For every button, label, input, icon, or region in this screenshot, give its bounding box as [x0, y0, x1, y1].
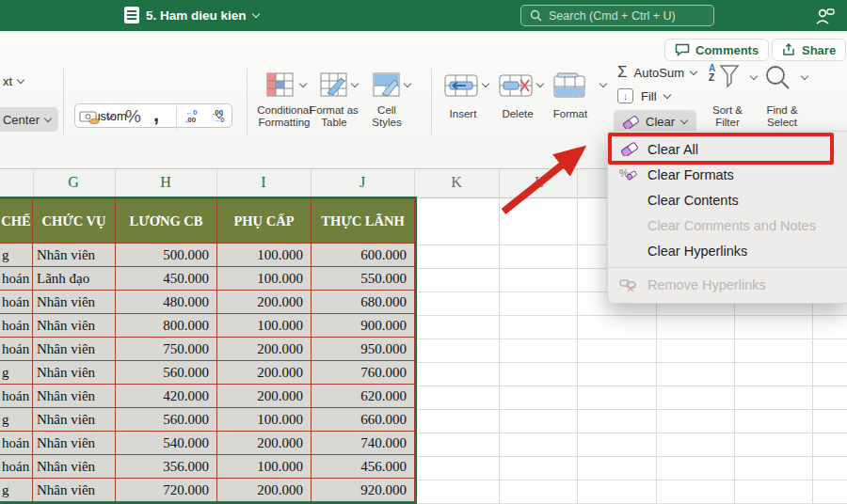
- merge-center-button[interactable]: Center: [0, 107, 58, 132]
- table-cell[interactable]: Nhân viên: [33, 408, 116, 432]
- table-cell[interactable]: hoán: [0, 267, 33, 291]
- sort-filter-button[interactable]: A Z: [709, 64, 742, 92]
- table-cell[interactable]: 620.000: [312, 385, 415, 408]
- table-cell[interactable]: 200.000: [217, 338, 312, 361]
- table-cell[interactable]: 100.000: [217, 455, 312, 479]
- table-cell[interactable]: 560.000: [116, 408, 217, 432]
- find-select-button[interactable]: [764, 65, 791, 95]
- table-cell[interactable]: 900.000: [312, 314, 415, 338]
- chevron-down-icon[interactable]: [750, 72, 758, 80]
- table-cell[interactable]: 356.000: [116, 455, 217, 479]
- table-cell[interactable]: Nhân viên: [33, 314, 116, 338]
- menu-item-clear-contents[interactable]: Clear Contents: [608, 187, 847, 213]
- table-cell[interactable]: g: [0, 479, 33, 502]
- table-cell[interactable]: 100.000: [217, 267, 312, 291]
- column-letter-G[interactable]: G: [68, 174, 79, 191]
- wrap-text-button-partial[interactable]: xt: [3, 74, 24, 88]
- table-cell[interactable]: 660.000: [312, 408, 415, 432]
- table-cell[interactable]: 560.000: [116, 361, 217, 385]
- table-cell[interactable]: 450.000: [116, 267, 217, 291]
- chevron-down-icon[interactable]: [482, 80, 489, 87]
- comments-button[interactable]: Comments: [664, 39, 769, 61]
- table-cell[interactable]: 800.000: [116, 314, 217, 338]
- percent-style-button[interactable]: %: [125, 106, 141, 127]
- format-as-table-button[interactable]: [320, 72, 348, 102]
- search-input[interactable]: Search (Cmd + Ctrl + U): [520, 5, 714, 26]
- menu-item-clear-hyperlinks[interactable]: Clear Hyperlinks: [608, 238, 847, 263]
- table-cell[interactable]: Nhân viên: [33, 479, 116, 502]
- table-cell[interactable]: hoán: [0, 432, 33, 455]
- account-button[interactable]: [815, 7, 836, 25]
- table-cell[interactable]: 680.000: [312, 291, 415, 314]
- table-header-cell[interactable]: LƯƠNG CB: [116, 199, 217, 244]
- table-header-cell[interactable]: THỰC LÃNH: [312, 199, 415, 244]
- table-cell[interactable]: 456.000: [312, 455, 415, 479]
- table-cell[interactable]: Nhân viên: [33, 338, 116, 361]
- conditional-formatting-button[interactable]: [266, 72, 295, 102]
- table-cell[interactable]: 100.000: [217, 314, 312, 338]
- table-cell[interactable]: 200.000: [217, 291, 312, 314]
- table-header-cell[interactable]: CHỨC VỤ: [33, 199, 116, 244]
- chevron-down-icon[interactable]: [536, 80, 544, 87]
- table-cell[interactable]: 200.000: [217, 361, 312, 385]
- table-cell[interactable]: 600.000: [312, 244, 415, 267]
- accounting-format-button[interactable]: [79, 110, 102, 129]
- table-cell[interactable]: Nhân viên: [33, 385, 116, 408]
- chevron-down-icon[interactable]: [404, 80, 411, 87]
- table-cell[interactable]: 720.000: [116, 479, 217, 502]
- table-cell[interactable]: Nhân viên: [33, 432, 116, 455]
- increase-decimal-button[interactable]: .00 →0: [213, 109, 224, 124]
- column-letter-I[interactable]: I: [261, 174, 265, 191]
- table-cell[interactable]: 740.000: [312, 432, 415, 455]
- insert-cells-button[interactable]: [444, 74, 478, 101]
- table-cell[interactable]: hoán: [0, 338, 33, 361]
- table-cell[interactable]: g: [0, 408, 33, 432]
- table-cell[interactable]: Nhân viên: [33, 291, 116, 314]
- delete-cells-icon: [499, 74, 533, 97]
- chevron-down-icon[interactable]: [599, 80, 607, 87]
- table-cell[interactable]: 950.000: [312, 338, 415, 361]
- table-cell[interactable]: g: [0, 361, 33, 385]
- delete-cells-button[interactable]: [499, 74, 533, 101]
- table-cell[interactable]: 550.000: [312, 267, 415, 291]
- decrease-decimal-button[interactable]: ←0 .00: [185, 109, 197, 124]
- table-header-cell[interactable]: CHẾ: [0, 199, 33, 244]
- table-cell[interactable]: hoán: [0, 385, 33, 408]
- cell-styles-button[interactable]: [373, 72, 401, 102]
- column-letter-K[interactable]: K: [451, 174, 462, 191]
- table-cell[interactable]: 760.000: [312, 361, 415, 385]
- column-letter-H[interactable]: H: [160, 174, 171, 191]
- table-cell[interactable]: hoán: [0, 455, 33, 479]
- data-table[interactable]: CHẾCHỨC VỤLƯƠNG CBPHỤ CẤPTHỰC LÃNH gNhân…: [0, 197, 417, 504]
- format-cells-button[interactable]: [553, 72, 585, 102]
- table-cell[interactable]: Nhân viên: [33, 455, 116, 479]
- chevron-down-icon[interactable]: [801, 72, 808, 80]
- table-cell[interactable]: Nhân viên: [33, 361, 116, 385]
- table-cell[interactable]: 920.000: [312, 479, 415, 502]
- table-cell[interactable]: 480.000: [116, 291, 217, 314]
- table-cell[interactable]: 100.000: [217, 408, 312, 432]
- table-cell[interactable]: 500.000: [116, 244, 217, 267]
- document-title[interactable]: 5. Ham dieu kien: [124, 7, 259, 24]
- comma-style-button[interactable]: ,: [153, 102, 159, 127]
- table-cell[interactable]: 200.000: [217, 385, 312, 408]
- chevron-down-icon[interactable]: [299, 80, 307, 87]
- table-cell[interactable]: hoán: [0, 291, 33, 314]
- table-cell[interactable]: 200.000: [217, 479, 312, 502]
- table-cell[interactable]: Lãnh đạo: [33, 267, 116, 291]
- table-cell[interactable]: 200.000: [217, 432, 312, 455]
- table-cell[interactable]: hoán: [0, 314, 33, 338]
- table-cell[interactable]: 750.000: [116, 338, 217, 361]
- table-cell[interactable]: 100.000: [217, 244, 312, 267]
- chevron-down-icon[interactable]: [351, 80, 359, 87]
- column-letter-J[interactable]: J: [360, 174, 365, 191]
- table-cell[interactable]: 540.000: [116, 432, 217, 455]
- table-cell[interactable]: g: [0, 244, 33, 267]
- autosum-button[interactable]: Σ AutoSum: [617, 63, 696, 82]
- table-cell[interactable]: Nhân viên: [33, 244, 116, 267]
- menu-item-clear-formats[interactable]: %Clear Formats: [608, 162, 847, 187]
- table-header-cell[interactable]: PHỤ CẤP: [217, 199, 312, 244]
- fill-button[interactable]: ↓ Fill: [617, 88, 670, 103]
- table-cell[interactable]: 420.000: [116, 385, 217, 408]
- share-button[interactable]: Share: [772, 39, 846, 61]
